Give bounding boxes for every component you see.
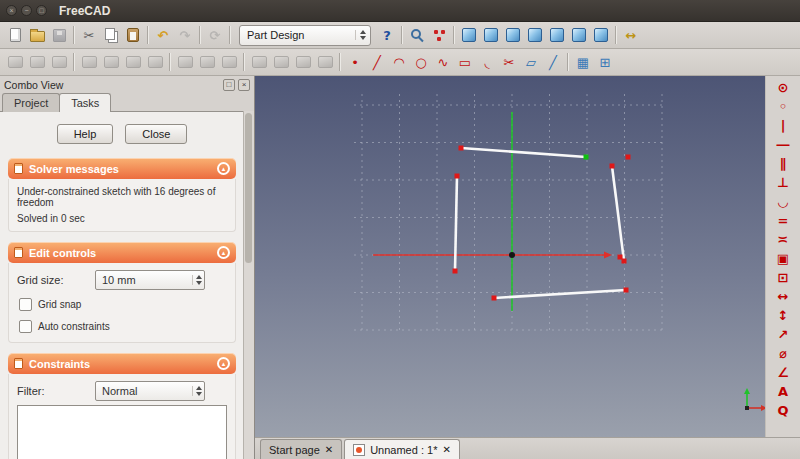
constrain-vertical-button[interactable]: ∣ — [772, 116, 794, 135]
close-button[interactable]: Close — [125, 124, 187, 144]
constrain-distance-y-button[interactable]: ↕ — [772, 306, 794, 325]
copy-button[interactable] — [100, 24, 122, 46]
auto-constraints-checkbox[interactable] — [19, 320, 32, 333]
grid-snap-label: Grid snap — [38, 299, 81, 310]
constraints-list[interactable] — [17, 405, 227, 459]
grid-snap-checkbox[interactable] — [19, 298, 32, 311]
top-view-button[interactable] — [502, 24, 524, 46]
spinner-arrows-icon[interactable] — [192, 275, 202, 285]
toggle-grid-button[interactable]: ⊞ — [594, 51, 616, 73]
collapse-icon[interactable]: ▴ — [217, 246, 230, 259]
toolbar-separator — [243, 53, 245, 71]
save-document-button — [48, 24, 70, 46]
left-view-button[interactable] — [590, 24, 612, 46]
select-associated-constraints-button[interactable]: Q — [772, 401, 794, 420]
refresh-button: ⟳ — [204, 24, 226, 46]
constrain-block-button[interactable]: ▣ — [772, 249, 794, 268]
close-tab-icon[interactable]: ✕ — [325, 444, 333, 455]
constraints-header[interactable]: Constraints ▴ — [8, 353, 236, 374]
constrain-distance-button[interactable]: ↗ — [772, 325, 794, 344]
fit-all-button[interactable] — [406, 24, 428, 46]
constrain-lock-button[interactable]: ⊡ — [772, 268, 794, 287]
scrollbar-thumb[interactable] — [245, 113, 252, 263]
window-minimize-button[interactable]: − — [21, 5, 32, 16]
whats-this-button[interactable]: ? — [376, 24, 398, 46]
workbench-selector[interactable]: Part Design — [239, 25, 371, 46]
create-line-icon: ╱ — [373, 56, 381, 69]
panel-scrollbar[interactable] — [243, 111, 254, 459]
sketch-vertex — [455, 174, 460, 179]
constraints-section: Constraints ▴ Filter: Normal — [8, 353, 236, 459]
solver-message-line: Under-constrained sketch with 16 degrees… — [17, 186, 227, 208]
grid-size-value: 10 mm — [102, 274, 136, 286]
sketch-view-section-button[interactable]: ▦ — [572, 51, 594, 73]
external-geometry-icon: ▱ — [526, 56, 536, 69]
toolbar-separator — [73, 26, 75, 44]
constrain-point-on-object-button[interactable]: ◦ — [772, 97, 794, 116]
close-tab-icon[interactable]: ✕ — [442, 444, 450, 455]
pocket-button — [100, 51, 122, 73]
constrain-symmetric-button[interactable]: ≍ — [772, 230, 794, 249]
sketch-svg[interactable] — [255, 76, 765, 437]
rear-view-button[interactable] — [546, 24, 568, 46]
solver-messages-body: Under-constrained sketch with 16 degrees… — [8, 179, 236, 232]
front-view-button[interactable] — [480, 24, 502, 46]
constrain-parallel-button[interactable]: ∥ — [772, 154, 794, 173]
3d-viewport[interactable] — [255, 76, 765, 437]
window-maximize-button[interactable]: □ — [36, 5, 47, 16]
solver-messages-header[interactable]: Solver messages ▴ — [8, 158, 236, 179]
external-geometry-button[interactable]: ▱ — [520, 51, 542, 73]
new-document-button[interactable] — [4, 24, 26, 46]
help-button[interactable]: Help — [57, 124, 114, 144]
edit-controls-header[interactable]: Edit controls ▴ — [8, 242, 236, 263]
dock-float-icon[interactable]: □ — [223, 79, 235, 91]
tab-start-page[interactable]: Start page ✕ — [260, 439, 342, 459]
constrain-perpendicular-button[interactable]: ⊥ — [772, 173, 794, 192]
create-point-button[interactable]: • — [344, 51, 366, 73]
measure-distance-button[interactable]: ↔ — [620, 24, 642, 46]
x-axis-arrow — [604, 252, 612, 259]
constrain-distance-x-button[interactable]: ↔ — [772, 287, 794, 306]
sketch-vertex — [492, 296, 497, 301]
create-line-button[interactable]: ╱ — [366, 51, 388, 73]
draw-style-button[interactable] — [428, 24, 450, 46]
toggle-driving-constraint-button[interactable]: A — [772, 382, 794, 401]
axonometric-view-button[interactable] — [458, 24, 480, 46]
right-view-button[interactable] — [524, 24, 546, 46]
collapse-icon[interactable]: ▴ — [217, 162, 230, 175]
toggle-construction-button[interactable]: ╱ — [542, 51, 564, 73]
constrain-radius-button[interactable]: ⌀ — [772, 344, 794, 363]
top-view-icon — [506, 28, 520, 42]
open-document-button[interactable] — [26, 24, 48, 46]
dock-close-icon[interactable]: × — [238, 79, 250, 91]
revolution-button — [122, 51, 144, 73]
constrain-angle-button[interactable]: ∠ — [772, 363, 794, 382]
constraint-filter-combobox[interactable]: Normal — [95, 381, 205, 401]
constrain-equal-button[interactable]: = — [772, 211, 794, 230]
bottom-view-button[interactable] — [568, 24, 590, 46]
constraints-title: Constraints — [29, 358, 90, 370]
draft-icon — [222, 56, 237, 68]
constrain-tangent-button[interactable]: ◡ — [772, 192, 794, 211]
paste-icon — [127, 28, 139, 42]
collapse-icon[interactable]: ▴ — [217, 357, 230, 370]
toggle-construction-icon: ╱ — [549, 56, 557, 69]
tab-project[interactable]: Project — [2, 93, 60, 112]
cut-button[interactable]: ✂ — [78, 24, 100, 46]
create-arc-button[interactable]: ◠ — [388, 51, 410, 73]
create-circle-button[interactable]: ○ — [410, 51, 432, 73]
undo-button[interactable]: ↶ — [152, 24, 174, 46]
tab-unnamed-document[interactable]: Unnamed : 1* ✕ — [344, 439, 460, 459]
constrain-horizontal-button[interactable]: ― — [772, 135, 794, 154]
create-fillet-button[interactable]: ◟ — [476, 51, 498, 73]
constrain-coincident-button[interactable]: ⊙ — [772, 78, 794, 97]
create-rectangle-button[interactable]: ▭ — [454, 51, 476, 73]
paste-button[interactable] — [122, 24, 144, 46]
spinner-arrows-icon[interactable] — [192, 386, 202, 396]
window-close-button[interactable]: × — [6, 5, 17, 16]
fillet-feature-button — [174, 51, 196, 73]
create-polyline-button[interactable]: ∿ — [432, 51, 454, 73]
tab-tasks[interactable]: Tasks — [59, 93, 111, 112]
grid-size-combobox[interactable]: 10 mm — [95, 270, 205, 290]
trim-edge-button[interactable]: ✂ — [498, 51, 520, 73]
